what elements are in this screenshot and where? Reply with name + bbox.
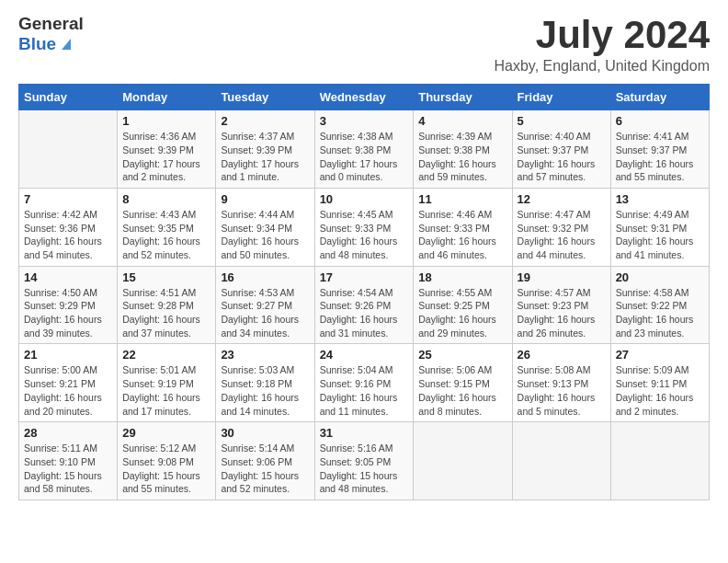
calendar-cell: 14Sunrise: 4:50 AM Sunset: 9:29 PM Dayli… [19, 266, 118, 344]
column-header-thursday: Thursday [414, 85, 512, 110]
day-number: 28 [24, 426, 112, 440]
day-info: Sunrise: 4:40 AM Sunset: 9:37 PM Dayligh… [518, 130, 606, 184]
calendar-week-row: 14Sunrise: 4:50 AM Sunset: 9:29 PM Dayli… [19, 266, 710, 344]
calendar-cell: 16Sunrise: 4:53 AM Sunset: 9:27 PM Dayli… [216, 266, 314, 344]
column-header-saturday: Saturday [610, 85, 709, 110]
day-number: 24 [320, 348, 409, 362]
calendar-cell: 3Sunrise: 4:38 AM Sunset: 9:38 PM Daylig… [314, 110, 414, 189]
day-info: Sunrise: 5:12 AM Sunset: 9:08 PM Dayligh… [122, 442, 210, 496]
day-info: Sunrise: 4:46 AM Sunset: 9:33 PM Dayligh… [418, 208, 506, 262]
calendar-cell [414, 422, 512, 500]
day-number: 23 [221, 348, 309, 362]
day-info: Sunrise: 4:55 AM Sunset: 9:25 PM Dayligh… [418, 286, 506, 340]
day-info: Sunrise: 5:03 AM Sunset: 9:18 PM Dayligh… [221, 363, 309, 418]
calendar-cell: 13Sunrise: 4:49 AM Sunset: 9:31 PM Dayli… [610, 188, 709, 266]
day-info: Sunrise: 4:51 AM Sunset: 9:28 PM Dayligh… [122, 286, 210, 340]
page-header: General Blue July 2024 Haxby, England, U… [18, 14, 710, 75]
day-info: Sunrise: 4:49 AM Sunset: 9:31 PM Dayligh… [616, 208, 704, 262]
calendar-cell: 9Sunrise: 4:44 AM Sunset: 9:34 PM Daylig… [216, 188, 314, 266]
day-info: Sunrise: 5:11 AM Sunset: 9:10 PM Dayligh… [24, 442, 112, 496]
day-number: 12 [518, 192, 606, 206]
calendar-header-row: SundayMondayTuesdayWednesdayThursdayFrid… [19, 85, 710, 110]
day-info: Sunrise: 5:06 AM Sunset: 9:15 PM Dayligh… [418, 363, 506, 418]
day-number: 10 [320, 192, 409, 206]
day-number: 16 [221, 270, 309, 284]
title-block: July 2024 Haxby, England, United Kingdom [494, 14, 710, 75]
column-header-wednesday: Wednesday [314, 85, 414, 110]
day-number: 20 [616, 270, 704, 284]
day-info: Sunrise: 4:42 AM Sunset: 9:36 PM Dayligh… [24, 208, 112, 262]
calendar-week-row: 21Sunrise: 5:00 AM Sunset: 9:21 PM Dayli… [19, 344, 710, 422]
day-number: 8 [122, 192, 210, 206]
day-number: 4 [418, 114, 506, 128]
day-info: Sunrise: 4:36 AM Sunset: 9:39 PM Dayligh… [122, 130, 210, 184]
logo-general: General [18, 14, 84, 34]
calendar-cell: 31Sunrise: 5:16 AM Sunset: 9:05 PM Dayli… [314, 422, 414, 500]
day-info: Sunrise: 5:08 AM Sunset: 9:13 PM Dayligh… [518, 363, 606, 418]
day-number: 27 [616, 348, 704, 362]
svg-marker-0 [62, 39, 71, 50]
day-number: 14 [24, 270, 112, 284]
day-info: Sunrise: 4:45 AM Sunset: 9:33 PM Dayligh… [320, 208, 409, 262]
day-info: Sunrise: 4:43 AM Sunset: 9:35 PM Dayligh… [122, 208, 210, 262]
day-info: Sunrise: 4:50 AM Sunset: 9:29 PM Dayligh… [24, 286, 112, 340]
day-number: 7 [24, 192, 112, 206]
logo-arrow-icon [58, 35, 74, 52]
calendar-week-row: 28Sunrise: 5:11 AM Sunset: 9:10 PM Dayli… [19, 422, 710, 500]
day-info: Sunrise: 4:41 AM Sunset: 9:37 PM Dayligh… [616, 130, 704, 184]
calendar-cell: 21Sunrise: 5:00 AM Sunset: 9:21 PM Dayli… [19, 344, 118, 422]
day-info: Sunrise: 4:54 AM Sunset: 9:26 PM Dayligh… [320, 286, 409, 340]
day-info: Sunrise: 5:00 AM Sunset: 9:21 PM Dayligh… [24, 363, 112, 418]
calendar-cell: 10Sunrise: 4:45 AM Sunset: 9:33 PM Dayli… [314, 188, 414, 266]
calendar-cell: 8Sunrise: 4:43 AM Sunset: 9:35 PM Daylig… [118, 188, 216, 266]
day-number: 18 [418, 270, 506, 284]
calendar-cell: 26Sunrise: 5:08 AM Sunset: 9:13 PM Dayli… [512, 344, 610, 422]
calendar-cell: 22Sunrise: 5:01 AM Sunset: 9:19 PM Dayli… [118, 344, 216, 422]
day-info: Sunrise: 4:39 AM Sunset: 9:38 PM Dayligh… [418, 130, 506, 184]
calendar-cell: 11Sunrise: 4:46 AM Sunset: 9:33 PM Dayli… [414, 188, 512, 266]
logo-blue-text: Blue [18, 34, 56, 54]
day-info: Sunrise: 4:44 AM Sunset: 9:34 PM Dayligh… [221, 208, 309, 262]
logo: General Blue [18, 14, 84, 54]
day-number: 9 [221, 192, 309, 206]
calendar-cell: 30Sunrise: 5:14 AM Sunset: 9:06 PM Dayli… [216, 422, 314, 500]
day-number: 15 [122, 270, 210, 284]
day-number: 25 [418, 348, 506, 362]
calendar-week-row: 7Sunrise: 4:42 AM Sunset: 9:36 PM Daylig… [19, 188, 710, 266]
day-info: Sunrise: 4:53 AM Sunset: 9:27 PM Dayligh… [221, 286, 309, 340]
calendar-cell: 19Sunrise: 4:57 AM Sunset: 9:23 PM Dayli… [512, 266, 610, 344]
calendar-cell [610, 422, 709, 500]
day-number: 3 [320, 114, 409, 128]
calendar-cell: 28Sunrise: 5:11 AM Sunset: 9:10 PM Dayli… [19, 422, 118, 500]
day-number: 1 [122, 114, 210, 128]
column-header-tuesday: Tuesday [216, 85, 314, 110]
calendar-cell: 24Sunrise: 5:04 AM Sunset: 9:16 PM Dayli… [314, 344, 414, 422]
day-number: 21 [24, 348, 112, 362]
day-number: 6 [616, 114, 704, 128]
day-info: Sunrise: 5:09 AM Sunset: 9:11 PM Dayligh… [616, 363, 704, 418]
calendar-cell [512, 422, 610, 500]
day-info: Sunrise: 5:04 AM Sunset: 9:16 PM Dayligh… [320, 363, 409, 418]
day-number: 17 [320, 270, 409, 284]
day-info: Sunrise: 4:58 AM Sunset: 9:22 PM Dayligh… [616, 286, 704, 340]
day-number: 31 [320, 426, 409, 440]
day-info: Sunrise: 4:37 AM Sunset: 9:39 PM Dayligh… [221, 130, 309, 184]
calendar-cell: 23Sunrise: 5:03 AM Sunset: 9:18 PM Dayli… [216, 344, 314, 422]
calendar-cell: 25Sunrise: 5:06 AM Sunset: 9:15 PM Dayli… [414, 344, 512, 422]
calendar-cell: 4Sunrise: 4:39 AM Sunset: 9:38 PM Daylig… [414, 110, 512, 189]
month-title: July 2024 [494, 14, 710, 56]
day-number: 30 [221, 426, 309, 440]
day-number: 11 [418, 192, 506, 206]
day-number: 19 [518, 270, 606, 284]
calendar-cell: 18Sunrise: 4:55 AM Sunset: 9:25 PM Dayli… [414, 266, 512, 344]
calendar-cell: 17Sunrise: 4:54 AM Sunset: 9:26 PM Dayli… [314, 266, 414, 344]
day-info: Sunrise: 5:14 AM Sunset: 9:06 PM Dayligh… [221, 442, 309, 496]
calendar-week-row: 1Sunrise: 4:36 AM Sunset: 9:39 PM Daylig… [19, 110, 710, 189]
calendar-table: SundayMondayTuesdayWednesdayThursdayFrid… [18, 84, 710, 500]
day-info: Sunrise: 4:47 AM Sunset: 9:32 PM Dayligh… [518, 208, 606, 262]
day-info: Sunrise: 4:38 AM Sunset: 9:38 PM Dayligh… [320, 130, 409, 184]
day-info: Sunrise: 4:57 AM Sunset: 9:23 PM Dayligh… [518, 286, 606, 340]
calendar-cell: 29Sunrise: 5:12 AM Sunset: 9:08 PM Dayli… [118, 422, 216, 500]
calendar-cell: 20Sunrise: 4:58 AM Sunset: 9:22 PM Dayli… [610, 266, 709, 344]
day-info: Sunrise: 5:01 AM Sunset: 9:19 PM Dayligh… [122, 363, 210, 418]
